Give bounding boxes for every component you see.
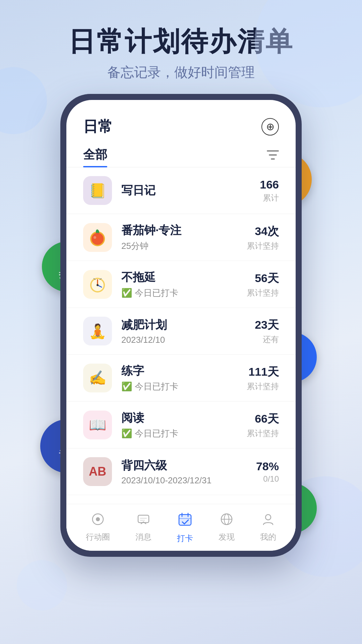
task-icon-vocab: AB [83, 457, 112, 486]
task-name: 写日记 [121, 183, 260, 198]
task-name: 番茄钟·专注 [121, 223, 247, 238]
task-icon-nodelay [83, 270, 112, 299]
task-item[interactable]: 📖 阅读 ✅ 今日已打卡 66天 累计坚持 [66, 401, 296, 448]
task-info: 练字 ✅ 今日已打卡 [121, 363, 247, 392]
svg-point-11 [97, 284, 99, 286]
task-stat: 56天 累计坚持 [247, 271, 279, 298]
main-title: 日常计划待办清单 [0, 27, 362, 56]
page-header: 日常计划待办清单 备忘记录，做好时间管理 [0, 0, 362, 102]
task-stat-label: 还有 [255, 334, 279, 345]
task-info: 不拖延 ✅ 今日已打卡 [121, 270, 247, 299]
task-stat: 111天 累计坚持 [247, 364, 279, 392]
task-stat: 166 累计 [260, 178, 279, 203]
task-stat-label: 累计坚持 [247, 428, 279, 439]
task-stat-num: 66天 [247, 411, 279, 427]
checkin-nav-icon [177, 511, 193, 530]
task-sub: ✅ 今日已打卡 [121, 287, 247, 299]
nav-label-discover: 发现 [219, 532, 235, 542]
check-icon: ✅ [121, 428, 132, 439]
task-stat-num: 111天 [247, 364, 279, 380]
bottom-nav: 行动圈 消息 打卡 发 [66, 504, 296, 551]
message-icon [137, 513, 150, 529]
task-list: 📒 写日记 166 累计 [66, 167, 296, 542]
phone-screen: 日常 ⊕ 全部 📒 [66, 100, 296, 551]
phone-outer: 日常 ⊕ 全部 📒 [60, 94, 302, 557]
filter-icon[interactable] [267, 150, 279, 164]
task-sub: 2023/12/10 [121, 335, 255, 345]
task-stat-num: 166 [260, 178, 279, 191]
task-sub: 25分钟 [121, 240, 247, 252]
task-stat: 78% 0/10 [256, 460, 279, 484]
task-item[interactable]: 不拖延 ✅ 今日已打卡 56天 累计坚持 [66, 261, 296, 308]
task-stat-num: 56天 [247, 271, 279, 286]
task-stat-num: 23天 [255, 317, 279, 333]
task-item[interactable]: 📒 写日记 166 累计 [66, 167, 296, 214]
discover-icon [220, 513, 233, 529]
task-icon-calligraphy: ✍️ [83, 364, 112, 392]
nav-label-circle: 行动圈 [86, 532, 110, 542]
task-stat: 34次 累计坚持 [247, 224, 279, 251]
screen-title: 日常 [83, 117, 113, 137]
svg-point-27 [265, 515, 271, 520]
check-icon: ✅ [121, 288, 132, 298]
task-stat-label: 0/10 [256, 474, 279, 484]
task-item[interactable]: AB 背四六级 2023/10/10-2023/12/31 78% 0/10 [66, 448, 296, 495]
tab-all[interactable]: 全部 [83, 147, 107, 167]
task-sub: 2023/10/10-2023/12/31 [121, 475, 256, 486]
check-icon: ✅ [121, 381, 132, 392]
task-info: 写日记 [121, 183, 260, 198]
nav-item-discover[interactable]: 发现 [219, 513, 235, 542]
svg-rect-1 [269, 154, 277, 156]
task-name: 练字 [121, 363, 247, 379]
task-item[interactable]: 番茄钟·专注 25分钟 34次 累计坚持 [66, 214, 296, 261]
phone-mockup: ⏰ 专注 ✅ 打卡 ⌛ 倒数日 📋 记录 🎯 目标 日常 ⊕ 全部 [60, 94, 302, 570]
task-name: 背四六级 [121, 458, 256, 473]
svg-point-6 [94, 236, 96, 239]
main-subtitle: 备忘记录，做好时间管理 [0, 63, 362, 82]
svg-rect-0 [267, 150, 279, 152]
svg-rect-2 [271, 158, 275, 160]
task-stat-label: 累计 [260, 193, 279, 203]
nav-label-message: 消息 [135, 532, 152, 542]
task-stat-label: 累计坚持 [247, 240, 279, 251]
task-stat-label: 累计坚持 [247, 381, 279, 392]
circle-icon [91, 513, 105, 529]
task-icon-tomato [83, 223, 112, 252]
task-name: 阅读 [121, 410, 247, 426]
task-name: 不拖延 [121, 270, 247, 285]
nav-item-message[interactable]: 消息 [135, 513, 152, 542]
task-stat-label: 累计坚持 [247, 287, 279, 298]
svg-point-15 [96, 517, 100, 521]
task-info: 背四六级 2023/10/10-2023/12/31 [121, 458, 256, 486]
task-sub: ✅ 今日已打卡 [121, 381, 247, 392]
svg-point-5 [92, 233, 104, 245]
tab-bar: 全部 [66, 143, 296, 167]
nav-item-checkin[interactable]: 打卡 [177, 511, 193, 544]
task-stat: 66天 累计坚持 [247, 411, 279, 439]
add-button[interactable]: ⊕ [261, 118, 279, 136]
app-header: 日常 ⊕ [66, 100, 296, 143]
task-stat-num: 78% [256, 460, 279, 473]
task-info: 减肥计划 2023/12/10 [121, 317, 255, 345]
task-item[interactable]: 🧘 减肥计划 2023/12/10 23天 还有 [66, 308, 296, 355]
task-name: 减肥计划 [121, 317, 255, 333]
task-sub: ✅ 今日已打卡 [121, 428, 247, 439]
task-info: 阅读 ✅ 今日已打卡 [121, 410, 247, 439]
nav-item-circle[interactable]: 行动圈 [86, 513, 110, 542]
nav-label-checkin: 打卡 [177, 533, 193, 544]
task-item[interactable]: ✍️ 练字 ✅ 今日已打卡 111天 累计坚持 [66, 355, 296, 401]
task-stat: 23天 还有 [255, 317, 279, 345]
nav-item-mine[interactable]: 我的 [260, 513, 276, 542]
nav-label-mine: 我的 [260, 532, 276, 542]
mine-icon [261, 513, 275, 529]
task-icon-reading: 📖 [83, 411, 112, 439]
task-icon-diary: 📒 [83, 176, 112, 205]
task-info: 番茄钟·专注 25分钟 [121, 223, 247, 252]
task-stat-num: 34次 [247, 224, 279, 239]
task-icon-diet: 🧘 [83, 317, 112, 345]
